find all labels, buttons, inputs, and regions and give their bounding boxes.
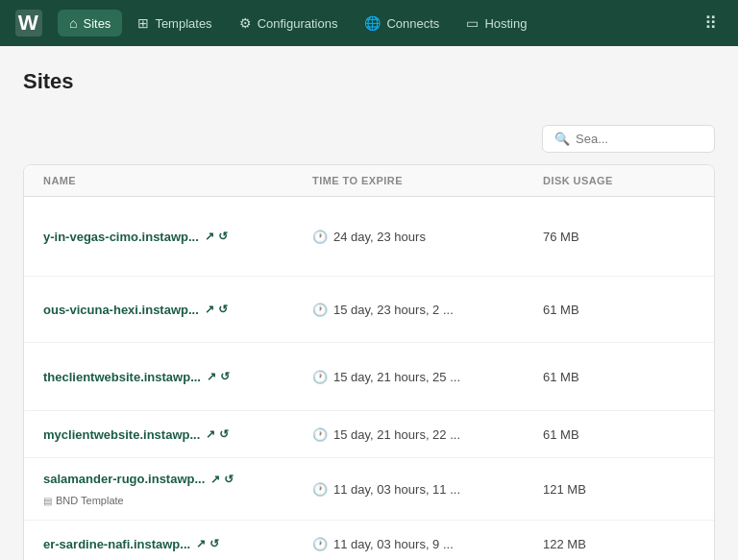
templates-icon: ⊞ [137, 15, 149, 31]
template-name: BND Template [56, 495, 124, 506]
site-action-icons: ↗ ↺ [206, 427, 229, 441]
connects-icon: 🌐 [364, 15, 381, 31]
clock-icon: 🕐 [312, 427, 328, 442]
site-action-icons: ↗ ↺ [210, 473, 234, 486]
table-row: myclientwebsite.instawp... ↗ ↺ 🕐 15 day,… [24, 411, 714, 458]
site-name-cell: ous-vicuna-hexi.instawp... ↗ ↺ [43, 303, 312, 317]
nav-label-configurations: Configurations [258, 16, 338, 31]
site-name-text: theclientwebsite.instawp... [43, 370, 201, 384]
nav-label-sites: Sites [83, 16, 111, 31]
site-name-text: er-sardine-nafi.instawp... [43, 537, 190, 551]
site-name-cell: myclientwebsite.instawp... ↗ ↺ [43, 427, 312, 442]
nav-item-configurations[interactable]: ⚙ Configurations [228, 10, 350, 37]
search-box[interactable]: 🔍 [542, 125, 715, 153]
external-link-icon[interactable]: ↗ [210, 473, 220, 486]
clock-icon: 🕐 [312, 537, 328, 551]
clock-icon: 🕐 [312, 482, 328, 497]
time-cell: 🕐 15 day, 21 hours, 22 ... [312, 427, 543, 442]
time-value: 15 day, 21 hours, 22 ... [333, 427, 460, 442]
template-icon: ▤ [43, 496, 52, 506]
disk-cell: 122 MB [543, 537, 715, 551]
clock-icon: 🕐 [312, 370, 328, 384]
page-title: Sites [23, 69, 715, 94]
configurations-icon: ⚙ [239, 15, 252, 31]
disk-cell: 61 MB [543, 303, 715, 317]
clock-icon: 🕐 [312, 230, 328, 244]
time-value: 11 day, 03 hours, 11 ... [333, 482, 460, 497]
time-value: 15 day, 21 hours, 25 ... [333, 370, 460, 384]
table-row: y-in-vegas-cimo.instawp... ↗ ↺ 🕐 24 day,… [24, 197, 714, 277]
col-header-name: NAME [43, 175, 312, 186]
nav-item-templates[interactable]: ⊞ Templates [126, 10, 223, 37]
toolbar: 🔍 [23, 113, 715, 164]
svg-text:W: W [18, 11, 39, 35]
logo: W [12, 6, 46, 40]
external-link-icon[interactable]: ↗ [196, 537, 206, 550]
search-input[interactable] [576, 132, 702, 146]
external-link-icon[interactable]: ↗ [206, 427, 215, 441]
col-header-disk: DISK USAGE [543, 175, 715, 186]
nav-item-hosting[interactable]: ▭ Hosting [455, 10, 538, 37]
main-content: Sites 🔍 NAME TIME TO EXPIRE DISK USAGE T… [0, 46, 738, 560]
grid-icon[interactable]: ⠿ [695, 7, 726, 39]
table-row: ous-vicuna-hexi.instawp... ↗ ↺ 🕐 15 day,… [24, 277, 714, 343]
table-header: NAME TIME TO EXPIRE DISK USAGE TAGS [24, 165, 714, 197]
nav-label-templates: Templates [155, 16, 211, 31]
table-row: theclientwebsite.instawp... ↗ ↺ 🕐 15 day… [24, 343, 714, 411]
disk-cell: 61 MB [543, 370, 715, 384]
refresh-icon[interactable]: ↺ [224, 473, 234, 486]
site-name-cell: y-in-vegas-cimo.instawp... ↗ ↺ [43, 230, 312, 244]
sites-table: NAME TIME TO EXPIRE DISK USAGE TAGS y-in… [23, 164, 715, 560]
site-action-icons: ↗ ↺ [205, 230, 228, 243]
site-name-cell: er-sardine-nafi.instawp... ↗ ↺ [43, 537, 312, 551]
site-name-cell: salamander-rugo.instawp... ↗ ↺ ▤ BND Tem… [43, 472, 312, 506]
refresh-icon[interactable]: ↺ [209, 537, 219, 550]
col-header-expire: TIME TO EXPIRE [312, 175, 543, 186]
external-link-icon[interactable]: ↗ [207, 370, 216, 383]
disk-cell: 121 MB [543, 482, 715, 497]
time-cell: 🕐 24 day, 23 hours [312, 230, 543, 244]
clock-icon: 🕐 [312, 303, 328, 317]
refresh-icon[interactable]: ↺ [219, 427, 229, 441]
external-link-icon[interactable]: ↗ [205, 303, 214, 316]
nav-label-hosting: Hosting [484, 16, 527, 31]
table-row: er-sardine-nafi.instawp... ↗ ↺ 🕐 11 day,… [24, 521, 714, 560]
time-cell: 🕐 15 day, 21 hours, 25 ... [312, 370, 543, 384]
home-icon: ⌂ [69, 15, 77, 31]
navbar: W ⌂ Sites ⊞ Templates ⚙ Configurations 🌐… [0, 0, 738, 46]
site-action-icons: ↗ ↺ [205, 303, 228, 316]
refresh-icon[interactable]: ↺ [220, 370, 230, 383]
refresh-icon[interactable]: ↺ [218, 303, 228, 316]
nav-label-connects: Connects [386, 16, 439, 31]
site-name-text: myclientwebsite.instawp... [43, 427, 200, 442]
nav-item-connects[interactable]: 🌐 Connects [353, 10, 451, 37]
time-cell: 🕐 15 day, 23 hours, 2 ... [312, 303, 543, 317]
nav-item-sites[interactable]: ⌂ Sites [58, 10, 122, 37]
site-name-text: y-in-vegas-cimo.instawp... [43, 230, 199, 244]
time-cell: 🕐 11 day, 03 hours, 9 ... [312, 537, 543, 551]
site-action-icons: ↗ ↺ [196, 537, 219, 550]
site-name-text: ous-vicuna-hexi.instawp... [43, 303, 199, 317]
hosting-icon: ▭ [466, 15, 479, 31]
disk-cell: 61 MB [543, 427, 715, 442]
search-icon: 🔍 [554, 132, 570, 146]
site-name-text: salamander-rugo.instawp... [43, 472, 205, 486]
table-row: salamander-rugo.instawp... ↗ ↺ ▤ BND Tem… [24, 458, 714, 521]
time-value: 24 day, 23 hours [333, 230, 426, 244]
template-badge: ▤ BND Template [43, 495, 312, 506]
site-name-cell: theclientwebsite.instawp... ↗ ↺ [43, 370, 312, 384]
external-link-icon[interactable]: ↗ [205, 230, 214, 243]
disk-cell: 76 MB [543, 230, 715, 244]
time-cell: 🕐 11 day, 03 hours, 11 ... [312, 482, 543, 497]
time-value: 11 day, 03 hours, 9 ... [333, 537, 454, 551]
time-value: 15 day, 23 hours, 2 ... [333, 303, 454, 317]
site-action-icons: ↗ ↺ [207, 370, 230, 383]
refresh-icon[interactable]: ↺ [218, 230, 228, 243]
